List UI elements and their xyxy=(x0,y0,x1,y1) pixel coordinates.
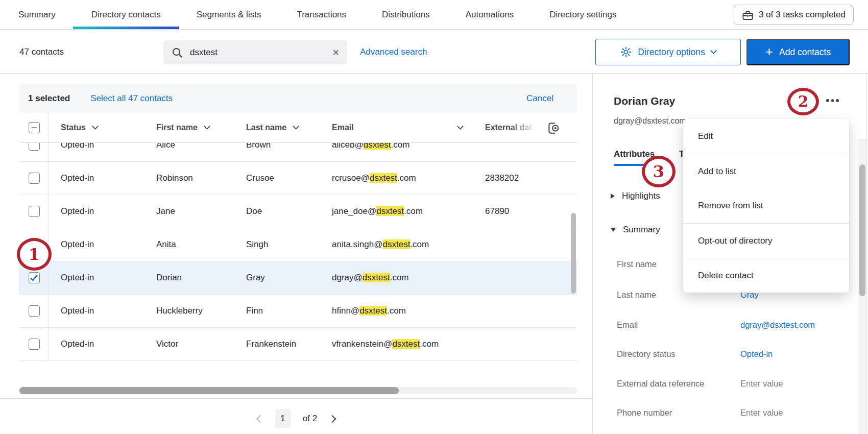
menu-item-add-to-list[interactable]: Add to list xyxy=(683,154,849,188)
menu-item-opt-out-of-directory[interactable]: Opt-out of directory xyxy=(683,223,849,258)
row-checkbox-cell xyxy=(19,339,49,350)
column-sort-chevron-icon[interactable] xyxy=(92,123,99,130)
directory-contacts-page: SummaryDirectory contactsSegments & list… xyxy=(0,0,868,434)
menu-item-edit[interactable]: Edit xyxy=(683,119,849,154)
search-match-highlight: dsxtest xyxy=(359,306,387,316)
cell-status: Opted-in xyxy=(49,173,144,183)
column-sort-chevron-icon[interactable] xyxy=(293,123,299,130)
cell-email: hfinn@dsxtest.com xyxy=(320,306,473,316)
select-all-checkbox[interactable] xyxy=(29,122,40,133)
gear-icon xyxy=(620,46,632,58)
table-row-dorian-gray[interactable]: Opted-inDorianGraydgray@dsxtest.com xyxy=(19,261,577,295)
panel-scrollbar-thumb[interactable] xyxy=(859,164,865,296)
menu-item-delete-contact[interactable]: Delete contact xyxy=(683,258,849,293)
column-sort-chevron-icon[interactable] xyxy=(457,123,464,130)
row-checkbox[interactable] xyxy=(29,272,40,283)
field-label-phone-number: Phone number xyxy=(617,408,672,418)
cell-last-name: Finn xyxy=(234,306,320,316)
indeterminate-dash xyxy=(32,127,37,128)
column-label-status: Status xyxy=(61,123,86,132)
field-value-external-data-reference[interactable]: Enter value xyxy=(740,379,783,389)
row-checkbox-cell xyxy=(19,173,49,184)
field-label-external-data-reference: External data reference xyxy=(617,379,705,389)
section-highlights[interactable]: Highlights xyxy=(611,191,660,201)
annotation-circle-3: 3 xyxy=(642,156,676,187)
cancel-selection-link[interactable]: Cancel xyxy=(526,93,553,104)
search-input[interactable]: dsxtest × xyxy=(163,40,347,64)
cell-first-name: Victor xyxy=(144,339,234,349)
tab-directory-contacts[interactable]: Directory contacts xyxy=(91,0,161,29)
current-page[interactable]: 1 xyxy=(275,409,291,428)
section-summary-label: Summary xyxy=(623,225,660,235)
directory-options-button[interactable]: Directory options xyxy=(595,39,741,65)
expanded-triangle-icon xyxy=(611,228,616,232)
table-row-huckleberry-finn[interactable]: Opted-inHuckleberryFinnhfinn@dsxtest.com xyxy=(19,295,577,328)
checkmark-icon xyxy=(30,275,38,281)
row-checkbox[interactable] xyxy=(29,339,40,350)
table-row-robinson-crusoe[interactable]: Opted-inRobinsonCrusoercrusoe@dsxtest.co… xyxy=(19,162,577,195)
collapsed-triangle-icon xyxy=(611,194,615,199)
panel-right-border xyxy=(866,73,867,434)
table-row-alice-brown[interactable]: Opted-inAliceBrownaliceb@dsxtest.com xyxy=(19,143,577,162)
cell-email: dgray@dsxtest.com xyxy=(320,273,473,283)
menu-item-remove-from-list[interactable]: Remove from list xyxy=(683,188,849,223)
table-row-jane-doe[interactable]: Opted-inJaneDoejane_doe@dsxtest.com67890 xyxy=(19,195,577,228)
cell-email: anita.singh@dsxtest.com xyxy=(320,239,473,250)
page-of-label: of 2 xyxy=(303,414,317,424)
column-sort-chevron-icon[interactable] xyxy=(204,123,210,130)
contacts-count: 47 contacts xyxy=(19,47,64,57)
toolbar-divider xyxy=(0,73,868,74)
tab-transactions[interactable]: Transactions xyxy=(297,0,346,29)
contact-actions-menu: EditAdd to listRemove from listOpt-out o… xyxy=(683,119,849,293)
row-checkbox[interactable] xyxy=(29,305,40,317)
row-checkbox[interactable] xyxy=(29,173,40,184)
header-fade xyxy=(511,114,547,141)
checkbox-column-divider xyxy=(49,113,49,361)
tab-segments-lists[interactable]: Segments & lists xyxy=(197,0,261,29)
cell-email: rcrusoe@dsxtest.com xyxy=(320,173,473,183)
column-header-first-name: First name xyxy=(144,123,234,132)
tab-directory-settings[interactable]: Directory settings xyxy=(549,0,616,29)
search-match-highlight: dsxtest xyxy=(383,239,411,249)
table-row-victor-frankenstein[interactable]: Opted-inVictorFrankensteinvfrankenstein@… xyxy=(19,328,577,361)
more-actions-icon[interactable] xyxy=(826,99,839,102)
clear-search-icon[interactable]: × xyxy=(332,47,339,58)
search-icon xyxy=(172,47,183,58)
cell-status: Opted-in xyxy=(49,239,144,250)
cell-first-name: Dorian xyxy=(144,273,234,283)
add-contacts-button[interactable]: + Add contacts xyxy=(746,39,850,65)
cell-email: jane_doe@dsxtest.com xyxy=(320,206,473,216)
row-checkbox[interactable] xyxy=(29,143,40,151)
table-vertical-scrollbar[interactable] xyxy=(571,213,576,294)
tab-distributions[interactable]: Distributions xyxy=(382,0,430,29)
annotation-circle-1: 1 xyxy=(17,238,52,271)
tab-automations[interactable]: Automations xyxy=(466,0,514,29)
cell-last-name: Gray xyxy=(234,273,320,283)
field-value-phone-number[interactable]: Enter value xyxy=(740,408,783,418)
search-match-highlight: dsxtest xyxy=(370,173,397,183)
pagination: 1 of 2 xyxy=(0,406,592,431)
next-page-icon[interactable] xyxy=(328,415,336,423)
section-summary[interactable]: Summary xyxy=(611,225,660,235)
field-label-directory-status: Directory status xyxy=(617,349,676,359)
table-horizontal-scrollbar-thumb[interactable] xyxy=(19,387,399,394)
row-checkbox-cell xyxy=(19,305,49,317)
cell-last-name: Brown xyxy=(234,143,320,150)
select-all-link[interactable]: Select all 47 contacts xyxy=(90,93,173,104)
table-row-anita-singh[interactable]: Opted-inAnitaSinghanita.singh@dsxtest.co… xyxy=(19,228,577,261)
search-value: dsxtest xyxy=(190,47,332,58)
column-visibility-icon[interactable] xyxy=(546,121,561,135)
advanced-search-link[interactable]: Advanced search xyxy=(360,47,427,57)
column-header-status: Status xyxy=(49,123,144,132)
field-value-directory-status[interactable]: Opted-in xyxy=(740,349,773,359)
row-checkbox-cell xyxy=(19,206,49,217)
tab-summary[interactable]: Summary xyxy=(18,0,56,29)
row-checkbox[interactable] xyxy=(29,206,40,217)
tasks-completed-button[interactable]: 3 of 3 tasks completed xyxy=(734,5,854,25)
table-horizontal-scrollbar-track[interactable] xyxy=(19,387,577,394)
table-footer-divider xyxy=(0,398,592,399)
field-value-email[interactable]: dgray@dsxtest.com xyxy=(740,320,815,330)
column-header-last-name: Last name xyxy=(234,123,320,132)
previous-page-icon[interactable] xyxy=(256,415,264,423)
table-header: StatusFirst nameLast nameEmailExternal d… xyxy=(19,113,577,143)
